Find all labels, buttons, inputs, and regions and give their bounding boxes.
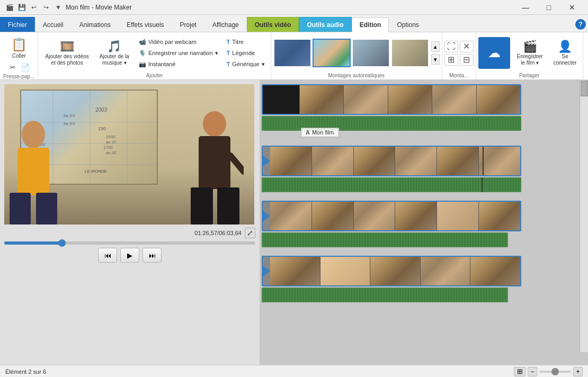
audio-strip-2[interactable] bbox=[262, 177, 521, 192]
group-partager-label: Partager bbox=[478, 73, 581, 78]
fit-button[interactable]: ⊞ bbox=[514, 367, 525, 376]
clip-video-strip-3[interactable] bbox=[262, 201, 521, 231]
timeline-scroll[interactable]: A Mon film bbox=[260, 80, 588, 365]
clip-video-strip-4[interactable] bbox=[262, 256, 521, 286]
help-button[interactable]: ? bbox=[575, 19, 586, 30]
progress-bar[interactable] bbox=[4, 241, 255, 245]
clip-row-4 bbox=[262, 256, 584, 302]
narration-button[interactable]: 🎙️ Enregistrer une narration ▾ bbox=[136, 48, 221, 58]
black-frame-1 bbox=[263, 85, 300, 114]
frame-2b bbox=[312, 147, 354, 175]
rewind-button[interactable]: ⏮ bbox=[98, 248, 117, 263]
group-monta-label: Monta... bbox=[449, 73, 468, 78]
tab-animations[interactable]: Animations bbox=[72, 17, 119, 32]
group-presse-papier-label: Presse-pap... bbox=[3, 74, 34, 79]
generique-icon: T bbox=[227, 61, 230, 67]
undo-button[interactable]: ↩ bbox=[29, 2, 39, 13]
progress-thumb[interactable] bbox=[58, 239, 66, 247]
svg-text:2500: 2500 bbox=[106, 134, 115, 139]
video-webcam-button[interactable]: 📹 Vidéo par webcam bbox=[136, 37, 221, 47]
clip-video-strip-2[interactable] bbox=[262, 146, 521, 176]
couper-icon[interactable]: ✂ bbox=[7, 62, 18, 73]
frame-2e bbox=[437, 147, 479, 175]
window-title: Mon film - Movie Maker bbox=[66, 4, 132, 11]
maximize-button[interactable]: □ bbox=[537, 0, 560, 15]
audio-strip-4[interactable] bbox=[262, 288, 508, 302]
right-scrollbar[interactable] bbox=[580, 80, 588, 352]
svg-rect-20 bbox=[36, 193, 57, 225]
scroll-up-button[interactable]: ▲ bbox=[431, 41, 440, 52]
montage-thumb-4[interactable] bbox=[391, 39, 429, 67]
webcam-icon: 📹 bbox=[139, 39, 146, 46]
expand-button[interactable]: ⤢ bbox=[245, 228, 255, 238]
status-bar: Élément 2 sur 6 ⊞ − + bbox=[0, 365, 588, 377]
zoom-plus-button[interactable]: + bbox=[573, 367, 583, 376]
title-label[interactable]: A Mon film bbox=[301, 128, 339, 137]
montages-thumbs: ▲ ▼ bbox=[273, 34, 440, 71]
zoom-minus-button[interactable]: − bbox=[528, 367, 537, 376]
monta-icon3[interactable]: ⊞ bbox=[444, 54, 458, 66]
tab-effets-visuels[interactable]: Effets visuels bbox=[119, 17, 172, 32]
titre-button[interactable]: T Titre bbox=[224, 37, 268, 47]
se-connecter-button[interactable]: 👤 Seconnecter bbox=[550, 38, 581, 68]
window-controls: — □ ✕ bbox=[514, 0, 584, 15]
current-time: 01:26,57/06:03,64 bbox=[194, 230, 242, 236]
coller-button[interactable]: 📋 Coller bbox=[7, 34, 31, 61]
minimize-button[interactable]: — bbox=[514, 0, 537, 15]
waveform-inner-3 bbox=[263, 234, 507, 246]
frame-3a bbox=[270, 202, 312, 230]
monta-icon2[interactable]: ✕ bbox=[460, 41, 474, 52]
frame-1e bbox=[477, 85, 520, 114]
montage-thumb-2[interactable] bbox=[313, 39, 351, 67]
clip-video-strip-1[interactable] bbox=[262, 84, 521, 115]
generique-button[interactable]: T Générique ▾ bbox=[224, 59, 268, 69]
tab-outils-video[interactable]: Outils vidéo bbox=[247, 17, 299, 32]
texte-column: T Titre T Légende T Générique ▾ bbox=[224, 37, 268, 69]
copier-icon[interactable]: 📄 bbox=[20, 62, 30, 73]
enregistrer-film-button[interactable]: 🎬 Enregistrerle film ▾ bbox=[513, 38, 547, 68]
quick-access-dropdown[interactable]: ▼ bbox=[53, 2, 64, 13]
play-button[interactable]: ▶ bbox=[120, 248, 139, 263]
tab-outils-audio[interactable]: Outils audio bbox=[299, 17, 351, 32]
ajouter-musique-button[interactable]: 🎵 Ajouter de lamusique ▾ bbox=[96, 38, 133, 68]
legende-button[interactable]: T Légende bbox=[224, 48, 268, 58]
frame-4a bbox=[270, 257, 320, 285]
monta-icons-row2: ⊞ ⊟ bbox=[444, 54, 474, 66]
svg-point-17 bbox=[22, 121, 45, 148]
zoom-slider-thumb[interactable] bbox=[551, 368, 559, 375]
zoom-slider[interactable] bbox=[539, 371, 571, 373]
tab-projet[interactable]: Projet bbox=[172, 17, 204, 32]
title-label-icon: A bbox=[306, 129, 310, 136]
cloud-icon: ☁ bbox=[488, 46, 501, 60]
film-frames-4 bbox=[270, 257, 520, 285]
montage-thumb-1[interactable] bbox=[273, 39, 311, 67]
ajouter-videos-icon: 🎞️ bbox=[60, 40, 74, 53]
frame-4e bbox=[470, 257, 520, 285]
frame-4c bbox=[370, 257, 421, 285]
preview-panel: Ita XX Ita XX 2003 150 XV XVII 1700 av J… bbox=[0, 80, 260, 365]
instantane-button[interactable]: 📷 Instantané bbox=[136, 59, 221, 69]
arrow-left-3 bbox=[263, 211, 270, 221]
scrollbar-thumb[interactable] bbox=[581, 80, 588, 96]
tab-options[interactable]: Options bbox=[389, 17, 426, 32]
montage-thumb-3[interactable] bbox=[352, 39, 390, 67]
forward-button[interactable]: ⏭ bbox=[142, 248, 162, 263]
share-content: ☁ 🎬 Enregistrerle film ▾ 👤 Seconnecter bbox=[478, 34, 581, 71]
scroll-down-button[interactable]: ▼ bbox=[431, 54, 440, 65]
audio-strip-3[interactable] bbox=[262, 232, 508, 247]
tab-edition[interactable]: Edition bbox=[352, 17, 389, 32]
thumb3-img bbox=[353, 40, 389, 66]
close-button[interactable]: ✕ bbox=[560, 0, 584, 15]
musique-icon: 🎵 bbox=[107, 40, 121, 53]
tab-accueil[interactable]: Accueil bbox=[35, 17, 72, 32]
cloud-button[interactable]: ☁ bbox=[478, 37, 510, 69]
monta-icon1[interactable]: ⛶ bbox=[444, 41, 458, 52]
tab-fichier[interactable]: Fichier bbox=[0, 17, 35, 32]
ajouter-videos-button[interactable]: 🎞️ Ajouter des vidéoset des photos bbox=[41, 38, 92, 68]
group-ajouter: 🎞️ Ajouter des vidéoset des photos 🎵 Ajo… bbox=[38, 32, 271, 79]
monta-icon4[interactable]: ⊟ bbox=[460, 54, 474, 66]
ribbon: Fichier Accueil Animations Effets visuel… bbox=[0, 15, 588, 80]
save-button[interactable]: 💾 bbox=[16, 2, 27, 13]
redo-button[interactable]: ↪ bbox=[41, 2, 51, 13]
tab-affichage[interactable]: Affichage bbox=[204, 17, 247, 32]
